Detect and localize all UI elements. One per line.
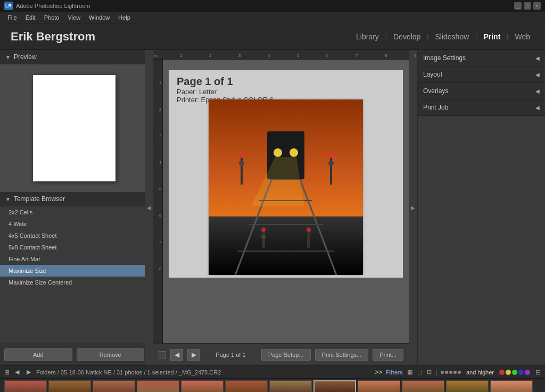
filmstrip: ⊞ ◀ ▶ Folders / 05-18-06 Natick NE / 31 …: [0, 365, 545, 392]
film-thumb-3[interactable]: [93, 380, 135, 393]
svg-point-10: [290, 148, 298, 157]
layout-section: Layout ◀: [418, 66, 545, 83]
icon-loupe[interactable]: □: [418, 369, 422, 376]
prev-page-button[interactable]: ◀: [170, 349, 183, 361]
layout-header[interactable]: Layout ◀: [418, 66, 545, 82]
nav-slideshow[interactable]: Slideshow: [431, 30, 473, 43]
grid-view-btn[interactable]: ⊞: [4, 369, 10, 376]
template-browser-header[interactable]: ▼ Template Browser: [0, 192, 148, 206]
film-thumb-4[interactable]: [137, 380, 179, 393]
ruler-mark-1: 1: [159, 81, 161, 85]
color-dot-green[interactable]: [512, 370, 517, 375]
app-icon: LR: [4, 2, 13, 10]
ruler-mark-6: 6: [159, 214, 161, 218]
window-controls: _ □ ×: [514, 2, 541, 10]
thumb-bg-1: [5, 381, 46, 393]
svg-point-14: [239, 161, 244, 166]
color-filter-dots: [499, 370, 530, 375]
thumb-bg-11: [447, 381, 488, 393]
film-thumb-10[interactable]: [402, 380, 444, 393]
thumb-bg-9: [358, 381, 400, 393]
ruler-mark-7: 7: [159, 240, 161, 244]
page-setup-button[interactable]: Page Setup...: [261, 349, 311, 361]
overlays-arrow: ◀: [535, 88, 540, 94]
menu-file[interactable]: File: [3, 13, 21, 22]
template-4wide[interactable]: 4 Wide: [0, 218, 148, 230]
dot-4[interactable]: [453, 371, 457, 374]
film-thumb-9[interactable]: [358, 380, 400, 393]
template-5x8[interactable]: 5x8 Contact Sheet: [0, 241, 148, 253]
menu-photo[interactable]: Photo: [40, 13, 64, 22]
svg-point-20: [261, 235, 266, 239]
template-triangle: ▼: [5, 196, 11, 202]
overlays-header[interactable]: Overlays ◀: [418, 83, 545, 99]
left-side-arrow[interactable]: ◀: [145, 50, 153, 365]
film-thumb-6[interactable]: [225, 380, 268, 393]
film-thumb-5[interactable]: [181, 380, 224, 393]
print-settings-button[interactable]: Print Settings...: [315, 349, 369, 361]
print-job-header[interactable]: Print Job ◀: [418, 99, 545, 115]
minimize-button[interactable]: _: [514, 2, 522, 10]
film-thumb-12[interactable]: [490, 380, 533, 393]
dot-5[interactable]: [458, 371, 461, 374]
thumb-bg-10: [402, 381, 444, 393]
filmstrip-prev-btn[interactable]: ◀: [13, 368, 21, 377]
menu-help[interactable]: Help: [114, 13, 135, 22]
color-dot-blue[interactable]: [518, 370, 524, 375]
decoration-ornament: ❧: [474, 132, 490, 154]
remove-template-button[interactable]: Remove: [77, 348, 145, 361]
film-thumb-1[interactable]: [4, 380, 47, 393]
close-button[interactable]: ×: [533, 2, 541, 10]
canvas-bottom-bar: ◀ ▶ Page 1 of 1 Page Setup... Print Sett…: [153, 343, 409, 365]
nav-print[interactable]: Print: [479, 30, 505, 43]
thumb-bg-12: [491, 381, 532, 393]
end-control[interactable]: ⊟: [535, 369, 541, 376]
filmstrip-next-btn[interactable]: ▶: [24, 368, 33, 377]
icon-grid[interactable]: ▦: [407, 369, 412, 376]
menu-view[interactable]: View: [63, 13, 85, 22]
color-dot-purple[interactable]: [525, 370, 530, 375]
maximize-button[interactable]: □: [524, 2, 531, 10]
image-settings-header[interactable]: Image Settings ◀: [418, 50, 545, 66]
next-page-button[interactable]: ▶: [187, 349, 200, 361]
right-side-arrow[interactable]: ▶: [409, 50, 417, 365]
color-dot-yellow[interactable]: [506, 370, 511, 375]
template-fineart[interactable]: Fine Art Mat: [0, 253, 148, 265]
color-dot-red[interactable]: [499, 370, 505, 375]
film-thumb-2[interactable]: [48, 380, 91, 393]
film-thumb-7[interactable]: [269, 380, 312, 393]
nav-web[interactable]: Web: [510, 30, 534, 43]
nav-sep-3: |: [475, 33, 477, 40]
header: Erik Bergstrom Library | Develop | Slide…: [0, 23, 545, 50]
menu-edit[interactable]: Edit: [21, 13, 40, 22]
photo-placeholder: [209, 99, 363, 275]
print-button[interactable]: Print...: [373, 349, 403, 361]
nav-items: Library | Develop | Slideshow | Print | …: [352, 30, 534, 43]
menubar: File Edit Photo View Window Help: [0, 12, 545, 23]
nav-develop[interactable]: Develop: [389, 30, 425, 43]
filmstrip-path: Folders / 05-18-06 Natick NE / 31 photos…: [36, 369, 221, 376]
page-checkbox[interactable]: [159, 351, 166, 358]
dot-2[interactable]: [445, 371, 448, 374]
menu-window[interactable]: Window: [85, 13, 114, 22]
nav-library[interactable]: Library: [352, 30, 383, 43]
template-maximize[interactable]: Maximize Size: [0, 265, 148, 277]
thumb-bg-8: [315, 381, 355, 393]
page-paper: Paper: Letter: [177, 88, 279, 96]
preview-header[interactable]: ▼ Preview: [0, 50, 148, 64]
film-thumb-11[interactable]: [446, 380, 489, 393]
titlebar: LR Adobe Photoshop Lightroom _ □ ×: [0, 0, 545, 12]
add-template-button[interactable]: Add: [4, 348, 72, 361]
film-thumb-8[interactable]: [313, 380, 356, 393]
template-4x5[interactable]: 4x5 Contact Sheet: [0, 230, 148, 241]
template-maximize-centered[interactable]: Maximize Size Centered: [0, 277, 148, 288]
dot-3[interactable]: [449, 371, 452, 374]
app-title: Adobe Photoshop Lightroom: [16, 3, 514, 9]
dot-1[interactable]: [441, 371, 444, 374]
toolbar-separator: |: [436, 369, 437, 376]
template-browser-label: Template Browser: [14, 195, 65, 203]
template-2x2[interactable]: 2x2 Cells: [0, 206, 148, 218]
filmstrip-view-controls: ⊞: [4, 369, 10, 376]
icon-compare[interactable]: ⊡: [427, 369, 432, 376]
preview-section: ▼ Preview: [0, 50, 148, 192]
